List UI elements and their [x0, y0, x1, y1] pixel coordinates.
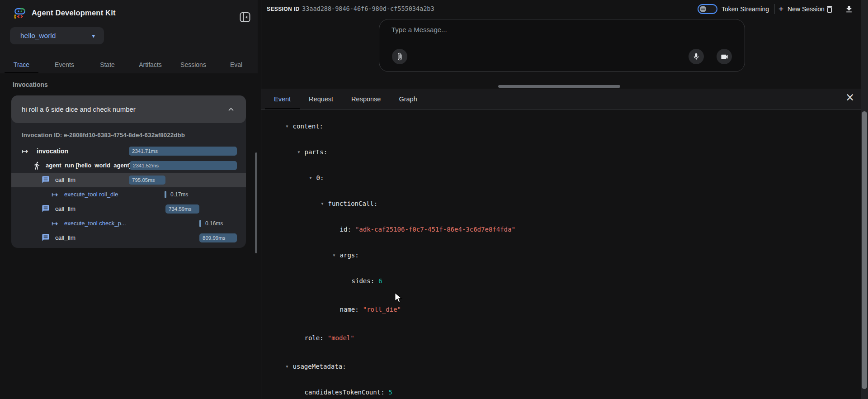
right-scrollbar-thumb[interactable]: [862, 111, 867, 389]
invocation-id: Invocation ID: e-2808fd10-6383-4754-8de4…: [22, 132, 185, 138]
collapse-panel-icon[interactable]: [239, 11, 251, 24]
json-key: functionCall:: [328, 200, 378, 207]
json-value: "adk-caf25106-f0c7-451f-86e4-3c6d7e8f4fd…: [351, 226, 515, 233]
trace-row-invocation[interactable]: ↦ invocation 2341.71ms: [11, 144, 246, 158]
microphone-button[interactable]: [689, 49, 704, 64]
trace-row-call-llm[interactable]: call_llm 734.59ms: [11, 202, 246, 216]
json-value: [323, 123, 327, 130]
plus-icon: +: [778, 4, 783, 14]
event-json-tree: ▼content: ▼parts: ▼0: ▼functionCall: ▼id…: [261, 110, 861, 399]
json-key: role:: [305, 334, 324, 342]
json-key: name:: [340, 306, 359, 313]
json-key: candidatesTokenCount:: [305, 389, 385, 396]
duration-bar: 809.99ms: [199, 233, 237, 242]
json-line: ▼usageMetadata:: [261, 354, 861, 380]
chevron-down-icon: ▾: [92, 33, 95, 39]
left-tab[interactable]: Trace: [0, 58, 43, 73]
new-session-button[interactable]: + New Session: [778, 4, 825, 14]
duration-bar: 2341.71ms: [129, 147, 237, 156]
session-id-label: SESSION ID: [267, 6, 300, 12]
json-key: sides:: [352, 277, 375, 285]
maps-to-icon: ↦: [52, 219, 58, 228]
message-input[interactable]: [392, 26, 663, 33]
app-title: Agent Development Kit: [32, 9, 116, 17]
trace-row-call-llm[interactable]: call_llm 809.99ms: [11, 231, 246, 245]
json-line: ▼0:: [261, 165, 861, 191]
collapse-arrow-icon[interactable]: ▼: [298, 148, 305, 157]
json-key: 0:: [316, 174, 324, 181]
trace-row-execute-tool[interactable]: ↦ execute_tool check_p... 0.16ms: [11, 216, 246, 231]
json-value: "model": [324, 334, 354, 342]
left-tab[interactable]: Events: [43, 58, 86, 73]
detail-tab[interactable]: Event: [265, 89, 300, 109]
invocation-card: hi roll a 6 side dice and check number I…: [11, 95, 246, 248]
json-value: [346, 363, 350, 370]
left-tab[interactable]: Artifacts: [129, 58, 172, 73]
detail-tab[interactable]: Graph: [390, 89, 426, 109]
invocation-question: hi roll a 6 side dice and check number: [22, 105, 226, 113]
session-id-value: 33aad288-9846-46f6-980d-cf555034a2b3: [302, 5, 434, 12]
token-streaming-label: Token Streaming: [722, 5, 769, 13]
json-value: "roll_die": [359, 306, 401, 313]
json-key: usageMetadata:: [293, 363, 346, 370]
left-tabbar: Trace Events State Artifacts Sessions Ev…: [0, 58, 258, 73]
maps-to-icon: ↦: [22, 147, 28, 156]
video-button[interactable]: [717, 49, 732, 64]
collapse-arrow-icon[interactable]: ▼: [286, 362, 293, 371]
maps-to-icon: ↦: [52, 190, 58, 199]
json-value: [377, 200, 382, 207]
adk-logo-icon: [13, 6, 27, 20]
collapse-arrow-icon[interactable]: ▼: [333, 251, 340, 260]
left-tab[interactable]: Sessions: [172, 58, 215, 73]
detail-tab[interactable]: Request: [300, 89, 342, 109]
chat-icon: [42, 176, 50, 184]
token-streaming-toggle[interactable]: [698, 4, 717, 14]
detail-tab[interactable]: Response: [342, 89, 390, 109]
horizontal-scrollbar[interactable]: [498, 85, 620, 88]
json-key: args:: [340, 252, 359, 259]
json-value: 6: [374, 277, 382, 285]
trace-span-list: ↦ invocation 2341.71ms agent_run [hello_…: [11, 144, 246, 245]
download-session-button[interactable]: [844, 5, 854, 14]
invocations-section-title: Invocations: [13, 81, 48, 88]
duration-bar: [165, 191, 166, 198]
app-select-dropdown[interactable]: hello_world ▾: [10, 27, 104, 44]
json-line: ▼name:"roll_die": [261, 297, 861, 323]
message-composer: [379, 19, 745, 72]
delete-session-button[interactable]: [825, 5, 834, 14]
chat-icon: [42, 204, 50, 213]
json-key: id:: [340, 226, 351, 233]
left-tab[interactable]: State: [86, 58, 129, 73]
duration-bar: 734.59ms: [165, 204, 199, 214]
runner-icon: [33, 161, 41, 170]
detail-tabbar: Event Request Response Graph: [261, 89, 861, 110]
json-line: ▼role:"model": [261, 325, 861, 351]
json-line: ▼functionCall:: [261, 191, 861, 217]
close-icon[interactable]: ×: [843, 91, 857, 104]
trace-row-execute-tool[interactable]: ↦ execute_tool roll_die 0.17ms: [11, 187, 246, 202]
duration-bar: 795.05ms: [129, 176, 165, 185]
json-value: [327, 148, 331, 156]
attach-file-button[interactable]: [392, 49, 407, 64]
json-line: ▼args:: [261, 242, 861, 268]
invocation-header[interactable]: hi roll a 6 side dice and check number: [11, 95, 246, 123]
left-panel: Agent Development Kit hello_world ▾ Trac…: [0, 0, 258, 399]
left-panel-scrollbar[interactable]: [255, 152, 257, 253]
json-value: [324, 174, 328, 181]
json-line: ▼sides:6: [261, 268, 861, 294]
json-key: parts:: [305, 148, 328, 156]
collapse-arrow-icon[interactable]: ▼: [321, 200, 328, 208]
collapse-arrow-icon[interactable]: ▼: [310, 174, 316, 182]
duration-bar: 2341.52ms: [130, 161, 237, 170]
topbar-divider: [774, 4, 774, 14]
json-line: ▼id:"adk-caf25106-f0c7-451f-86e4-3c6d7e8…: [261, 217, 861, 242]
chevron-up-icon: [226, 104, 236, 114]
chat-icon: [42, 233, 50, 242]
app-select-value: hello_world: [20, 32, 56, 40]
left-tab[interactable]: Eval: [215, 58, 258, 73]
json-line: ▼content:: [261, 114, 861, 139]
toggle-knob: [700, 6, 706, 12]
collapse-arrow-icon[interactable]: ▼: [286, 122, 293, 131]
trace-row-call-llm-selected[interactable]: call_llm 795.05ms: [11, 173, 246, 187]
trace-row-agent-run[interactable]: agent_run [hello_world_agent] 2341.52ms: [11, 158, 246, 173]
